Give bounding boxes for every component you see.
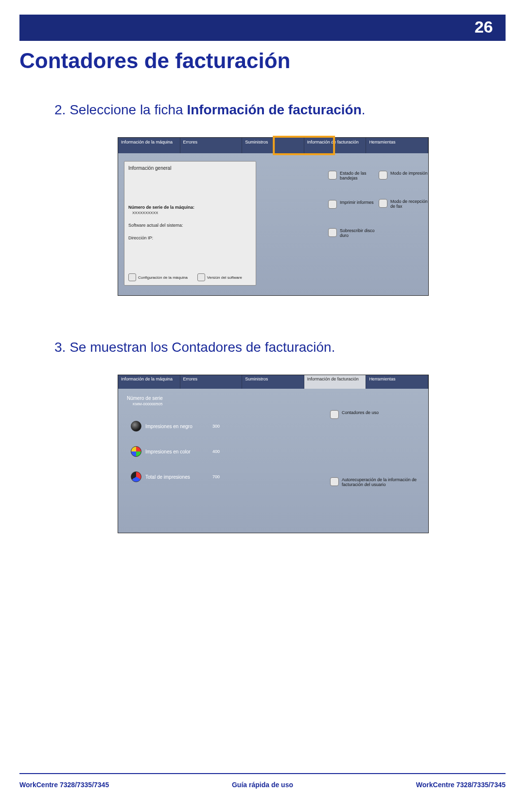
meter-black-label: Impresiones en negro xyxy=(145,424,209,429)
options-col: Contadores de uso Autorecuperación de la… xyxy=(330,410,427,545)
button-icon xyxy=(379,171,387,180)
meters-panel: Número de serie KMM-000000505 Impresione… xyxy=(124,394,256,526)
header-bar: 26 xyxy=(19,15,506,41)
serial-value: XXXXXXXXXX xyxy=(132,211,252,215)
overwrite-disk-button[interactable]: Sobrescribir disco duro xyxy=(328,228,423,238)
tab-machine-info[interactable]: Información de la máquina xyxy=(118,375,180,389)
meter-black-icon xyxy=(131,421,141,432)
ip-label: Dirección IP: xyxy=(128,235,252,240)
software-label: Software actual del sistema: xyxy=(128,223,252,228)
footer-center: Guía rápida de uso xyxy=(232,781,293,789)
meter-color-label: Impresiones en color xyxy=(145,449,209,454)
meter-color-value: 400 xyxy=(212,449,220,454)
screenshot-billing-tab-select: Información de la máquina Errores Sumini… xyxy=(118,137,429,296)
button-icon xyxy=(328,171,337,180)
general-info-heading: Información general xyxy=(128,165,252,171)
screenshot-billing-meters: Información de la máquina Errores Sumini… xyxy=(118,375,429,533)
auto-recovery-button[interactable]: Autorecuperación de la información de fa… xyxy=(330,477,427,487)
tab-billing-info[interactable]: Información de facturación xyxy=(304,138,367,153)
meter-total-value: 700 xyxy=(212,474,220,479)
meter-black-value: 300 xyxy=(212,424,220,429)
usage-counters-button[interactable]: Contadores de uso xyxy=(330,410,427,419)
tab-bar: Información de la máquina Errores Sumini… xyxy=(118,375,428,389)
instruction-step-3: 3. Se muestran los Contadores de factura… xyxy=(54,340,506,355)
page-title: Contadores de facturación xyxy=(19,49,506,73)
machine-config-button[interactable]: Configuración de la máquina xyxy=(128,273,188,281)
meter-total-icon xyxy=(131,471,141,482)
footer-left: WorkCentre 7328/7335/7345 xyxy=(19,781,109,789)
tab-machine-info[interactable]: Información de la máquina xyxy=(118,138,180,153)
meter-color: Impresiones en color 400 xyxy=(131,446,256,457)
software-version-button[interactable]: Versión del software xyxy=(197,273,242,281)
button-icon xyxy=(330,477,339,486)
tab-errors[interactable]: Errores xyxy=(180,138,243,153)
page-footer: WorkCentre 7328/7335/7345 Guía rápida de… xyxy=(19,781,506,789)
button-icon xyxy=(330,410,339,419)
serial-value: KMM-000000505 xyxy=(133,402,256,406)
print-mode-button[interactable]: Modo de impresión xyxy=(379,171,437,180)
button-icon xyxy=(379,199,387,208)
footer-rule xyxy=(19,773,506,774)
meter-color-icon xyxy=(131,446,141,457)
tab-bar: Información de la máquina Errores Sumini… xyxy=(118,138,428,153)
tab-tools[interactable]: Herramientas xyxy=(366,138,428,153)
general-info-panel: Información general Número de serie de l… xyxy=(124,161,256,286)
step2-prefix: 2. Seleccione la ficha xyxy=(54,102,187,117)
tab-errors[interactable]: Errores xyxy=(180,375,243,389)
step2-suffix: . xyxy=(362,102,366,117)
footer-right: WorkCentre 7328/7335/7345 xyxy=(416,781,506,789)
step2-bold: Información de facturación xyxy=(187,102,361,117)
serial-label: Número de serie xyxy=(127,396,256,401)
button-icon xyxy=(328,228,337,237)
tab-supplies[interactable]: Suministros xyxy=(242,375,304,389)
tab-supplies[interactable]: Suministros xyxy=(242,138,304,153)
tab-tools[interactable]: Herramientas xyxy=(366,375,428,389)
button-icon xyxy=(328,200,337,209)
meter-black: Impresiones en negro 300 xyxy=(131,421,256,432)
button-icon xyxy=(197,273,205,281)
options-col-2: Modo de impresión Modo de recepción de f… xyxy=(379,171,437,228)
page-number: 26 xyxy=(474,18,493,36)
serial-label: Número de serie de la máquina: xyxy=(128,205,252,210)
button-icon xyxy=(128,273,136,281)
fax-mode-button[interactable]: Modo de recepción de fax xyxy=(379,199,437,209)
tab-billing-info[interactable]: Información de facturación xyxy=(304,375,367,389)
instruction-step-2: 2. Seleccione la ficha Información de fa… xyxy=(54,102,506,118)
meter-total: Total de impresiones 700 xyxy=(131,471,256,482)
meter-total-label: Total de impresiones xyxy=(145,474,209,480)
